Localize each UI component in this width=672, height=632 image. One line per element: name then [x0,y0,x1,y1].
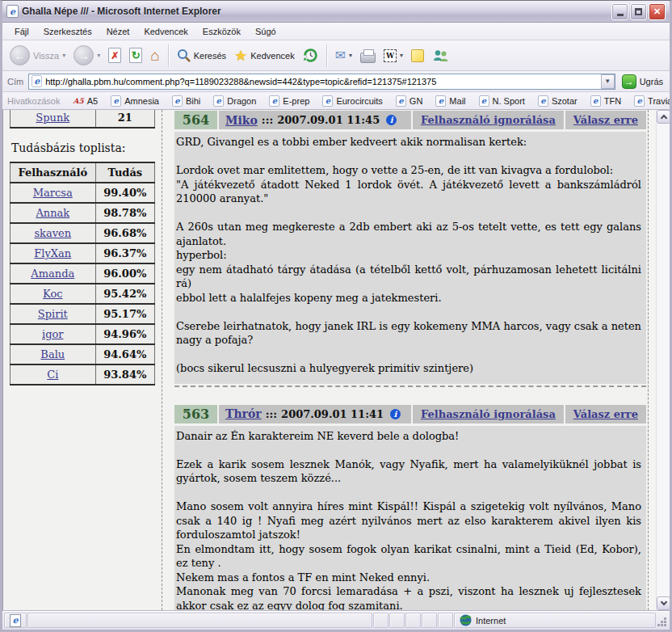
maximize-button[interactable] [630,3,647,20]
link-mail[interactable]: eMail [429,95,472,107]
post-body: Danair az Én karaktereim NE keverd bele … [174,426,646,611]
ignore-user-link[interactable]: Felhasználó ignorálása [413,405,564,423]
window-title: Ghalla Népe /// - Microsoft Internet Exp… [22,6,611,17]
go-button[interactable]: → Ugrás [619,74,666,89]
table-row: Marcsa99.40% [10,183,155,203]
print-button[interactable] [356,43,380,69]
toplist-table: Felhasználó Tudás Marcsa99.40% Annak98.7… [10,162,155,386]
home-button[interactable]: ⌂ [146,43,163,69]
forward-button[interactable]: → ▾ [69,43,104,69]
menu-edit[interactable]: Szerkesztés [36,24,99,39]
user-link[interactable]: Amanda [31,268,74,280]
address-label: Cím [6,77,25,86]
address-input[interactable]: e http://ghalla.pbm.hu/comment.php?q=118… [28,74,615,90]
link-szotar[interactable]: eSzotar [531,95,584,107]
ie-e-glyph: e [540,96,545,105]
posts-area: 564 Miko ::: 2007.09.01 11:45 i Felhaszn… [162,110,649,610]
user-link[interactable]: Balu [40,348,65,360]
link-travian[interactable]: eTravian [628,95,670,107]
ie-e-glyph: e [216,96,221,105]
back-button[interactable]: ← Vissza ▾ [6,43,69,69]
link-tfn[interactable]: eTFN [584,95,628,107]
table-row: skaven96.68% [10,223,155,243]
table-row: Koc95.42% [10,284,155,304]
user-link[interactable]: Spirit [38,308,68,320]
user-link[interactable]: Annak [36,207,69,219]
user-link-spunk[interactable]: Spunk [36,112,69,124]
link-amnesia[interactable]: eAmnesia [104,95,166,107]
status-bar: e Internet [2,610,670,630]
back-dropdown-icon[interactable]: ▾ [62,52,65,59]
user-link[interactable]: igor [42,328,64,340]
link-nsport[interactable]: eN. Sport [472,95,531,107]
post-datetime: 2007.09.01 11:41 [281,408,384,420]
refresh-button[interactable]: ↻ [125,43,146,69]
user-value: 21 [95,110,154,128]
post-datetime: 2007.09.01 11:45 [277,114,380,126]
link-label: Bihi [186,96,200,106]
user-score: 94.96% [95,324,154,344]
user-link[interactable]: skaven [34,227,71,239]
ie-e-glyph: e [636,96,641,105]
ie-e-glyph: e [593,96,598,105]
link-eurocircuits[interactable]: eEurocircuits [316,95,388,107]
ie-favicon: e [396,95,406,107]
resize-grip[interactable] [657,613,668,628]
favorites-label: Kedvencek [250,51,294,61]
user-link[interactable]: Marcsa [33,187,73,199]
scroll-up-button[interactable] [657,110,670,124]
menu-favorites[interactable]: Kedvencek [136,24,195,39]
link-dragon[interactable]: eDragon [207,95,262,107]
link-label: A5 [87,96,98,106]
post-author-link[interactable]: Miko [225,114,258,127]
chevron-down-icon [660,599,666,605]
edit-dropdown-icon[interactable]: ▾ [400,52,403,59]
status-cell [438,613,453,628]
user-link[interactable]: Koc [43,288,62,300]
discuss-button[interactable] [407,43,428,69]
sidebar: Spunk 21 Tudásbázis toplista: Felhasznál… [3,110,162,610]
info-icon[interactable]: i [386,115,397,125]
ie-e-glyph: e [174,96,179,105]
stop-button[interactable]: ✗ [104,43,125,69]
messenger-people-icon [432,48,449,62]
link-label: Amnesia [124,96,159,106]
edit-button[interactable]: W ▾ [380,43,407,69]
link-gn[interactable]: eGN [389,95,430,107]
post-author-link[interactable]: Thrór [225,407,262,420]
mail-dropdown-icon[interactable]: ▾ [349,52,352,59]
reply-link[interactable]: Válasz erre [565,405,646,423]
user-link[interactable]: Ci [47,369,58,381]
stop-x-glyph: ✗ [111,50,119,61]
link-a5[interactable]: A5A5 [66,96,104,106]
refresh-icon: ↻ [129,48,142,63]
link-eprep[interactable]: eE-prep [262,95,316,107]
info-icon[interactable]: i [390,409,401,419]
menu-view[interactable]: Nézet [99,24,137,39]
forward-dropdown-icon[interactable]: ▾ [97,52,100,59]
history-button[interactable] [299,43,322,69]
status-cell [422,613,437,628]
favorites-button[interactable]: ★ Kedvencek [230,43,299,69]
ignore-user-link[interactable]: Felhasználó ignorálása [413,111,564,129]
search-button[interactable]: Keresés [173,43,230,69]
reply-link[interactable]: Válasz erre [565,111,646,129]
menu-tools[interactable]: Eszközök [195,24,248,39]
link-bihi[interactable]: eBihi [166,95,207,107]
link-label: Dragon [227,96,256,106]
ie-e-glyph: e [398,96,403,105]
user-link[interactable]: FlyXan [34,247,71,259]
scroll-down-button[interactable] [657,596,670,610]
menu-file[interactable]: Fájl [7,24,36,39]
address-dropdown-button[interactable]: ▼ [601,74,615,89]
messenger-button[interactable] [428,43,453,69]
menu-help[interactable]: Súgó [248,24,284,39]
status-message-cell [27,613,372,628]
close-button[interactable]: ✕ [649,3,666,20]
post-separator: ::: [262,114,273,126]
vertical-scrollbar[interactable] [656,110,670,610]
address-url[interactable]: http://ghalla.pbm.hu/comment.php?q=11890… [45,77,600,86]
minimize-button[interactable] [611,3,628,20]
post-number: 564 [174,111,217,129]
mail-button[interactable]: ✉ ▾ [331,43,356,69]
